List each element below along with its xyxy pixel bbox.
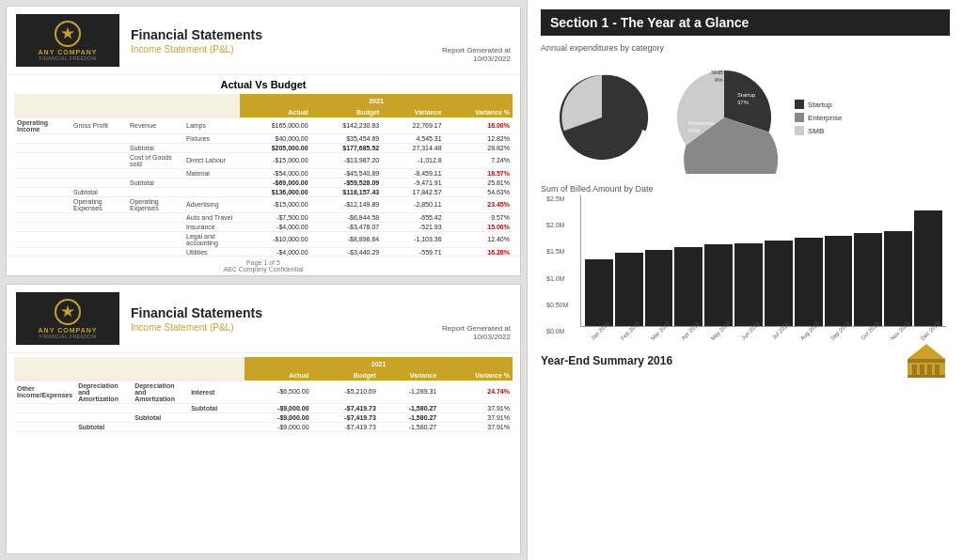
col-variancep: Variance % bbox=[445, 107, 513, 117]
logo-icon-1 bbox=[61, 27, 74, 40]
bar-chart-container: $2.5M $2.0M $1.5M $1.0M $0.50M $0.0M Jan… bbox=[580, 195, 946, 334]
logo-box-1: ANY COMPANY FINANCIAL FREEDOM bbox=[16, 14, 119, 67]
legend-label-enterprise: Enterprise bbox=[808, 114, 842, 122]
legend-label-smb: SMB bbox=[808, 127, 824, 135]
pie-chart-svg bbox=[541, 61, 663, 174]
bar-x-labels: Jan 2016Feb 2016Mar 2016Apr 2016May 2016… bbox=[580, 329, 946, 334]
page-2-body: 2021 Actual Budget Variance Variance % O… bbox=[7, 353, 520, 553]
bar-col-11 bbox=[914, 210, 942, 327]
logo-circle-2 bbox=[55, 299, 81, 325]
col-budget: Budget bbox=[311, 107, 383, 117]
bar-col-0 bbox=[585, 259, 613, 327]
svg-rect-7 bbox=[935, 365, 939, 375]
year-end-section: Year-End Summary 2016 bbox=[541, 342, 950, 380]
svg-rect-4 bbox=[912, 365, 917, 375]
financial-table-2: 2021 Actual Budget Variance Variance % O… bbox=[14, 357, 513, 432]
bar-col-1 bbox=[615, 253, 643, 326]
svg-rect-6 bbox=[927, 365, 932, 375]
page-1-header: ANY COMPANY FINANCIAL FREEDOM Financial … bbox=[7, 7, 520, 75]
left-panel: ANY COMPANY FINANCIAL FREEDOM Financial … bbox=[0, 0, 527, 560]
company-tagline-1: FINANCIAL FREEDOM bbox=[39, 55, 97, 61]
section-title-1: Actual Vs Budget bbox=[14, 79, 513, 90]
bar-col-3 bbox=[674, 247, 703, 327]
bar-col-9 bbox=[854, 233, 882, 326]
page-1-subtitle: Income Statement (P&L) bbox=[131, 44, 442, 54]
bar-col-5 bbox=[734, 243, 763, 326]
svg-rect-5 bbox=[920, 365, 924, 375]
right-panel: Section 1 - The Year at a Glance Annual … bbox=[527, 0, 963, 560]
page-1-title: Financial Statements bbox=[131, 27, 442, 42]
pie-label-enterprise: Enterprise bbox=[688, 120, 715, 126]
pie-svg: Startup 37% Enterprise 54% SMB 9% bbox=[663, 61, 785, 174]
right-header: Section 1 - The Year at a Glance bbox=[541, 9, 950, 36]
pie-label-enterprise-pct: 54% bbox=[688, 128, 701, 133]
page-1-card: ANY COMPANY FINANCIAL FREEDOM Financial … bbox=[6, 6, 521, 276]
company-name-2: ANY COMPANY bbox=[39, 327, 98, 334]
bank-icon bbox=[903, 342, 950, 380]
financial-table-1: 2021 Actual Budget Variance Variance % O… bbox=[14, 94, 513, 256]
logo-icon-2 bbox=[61, 305, 74, 319]
logo-box-2: ANY COMPANY FINANCIAL FREEDOM bbox=[16, 292, 119, 345]
report-generated-2: Report Generated at 10/03/2022 bbox=[442, 324, 511, 345]
legend-swatch-startup bbox=[795, 100, 804, 109]
svg-rect-2 bbox=[908, 359, 945, 363]
pie-label-smb-pct: 9% bbox=[715, 77, 723, 83]
page-2-title: Financial Statements bbox=[131, 305, 442, 320]
bar-col-10 bbox=[884, 231, 912, 326]
report-generated-1: Report Generated at 10/03/2022 bbox=[442, 46, 511, 67]
page-2-subtitle: Income Statement (P&L) bbox=[131, 322, 442, 333]
legend-smb: SMB bbox=[795, 126, 842, 135]
pie-label-smb: SMB bbox=[711, 70, 723, 75]
pie-chart-area: Startup 37% Enterprise 54% SMB 9% Startu… bbox=[541, 56, 950, 179]
bar-col-2 bbox=[645, 250, 673, 326]
pie-legend: Startup Enterprise SMB bbox=[795, 100, 842, 135]
pie-label-startup-pct: 37% bbox=[737, 100, 750, 105]
col-actual: Actual bbox=[240, 107, 311, 117]
page-2-header: ANY COMPANY FINANCIAL FREEDOM Financial … bbox=[7, 285, 520, 353]
legend-swatch-enterprise bbox=[795, 113, 804, 122]
legend-label-startup: Startup bbox=[808, 101, 832, 109]
bar-col-6 bbox=[765, 241, 793, 326]
header-info-1: Financial Statements Income Statement (P… bbox=[119, 27, 442, 54]
legend-enterprise: Enterprise bbox=[795, 113, 842, 122]
bar-y-labels: $2.5M $2.0M $1.5M $1.0M $0.50M $0.0M bbox=[546, 195, 568, 334]
legend-swatch-smb bbox=[795, 126, 804, 135]
company-tagline-2: FINANCIAL FREEDOM bbox=[39, 334, 97, 339]
company-name-1: ANY COMPANY bbox=[39, 49, 98, 55]
bar-chart-title: Sum of Billed Amount by Date bbox=[541, 184, 950, 194]
year-header-2: 2021 bbox=[245, 357, 513, 370]
bar-col-8 bbox=[825, 236, 853, 326]
bar-chart-area bbox=[580, 195, 946, 327]
page-2-card: ANY COMPANY FINANCIAL FREEDOM Financial … bbox=[6, 284, 521, 554]
svg-marker-3 bbox=[908, 344, 945, 359]
bar-col-7 bbox=[795, 238, 823, 326]
header-info-2: Financial Statements Income Statement (P… bbox=[119, 305, 442, 333]
page-1-footer: Page 1 of 5 ABC Company Confidential bbox=[7, 256, 520, 275]
year-end-title: Year-End Summary 2016 bbox=[541, 354, 672, 367]
col-variance: Variance bbox=[382, 107, 444, 117]
svg-rect-8 bbox=[908, 375, 945, 378]
legend-startup: Startup bbox=[795, 100, 842, 109]
page-1-body: Actual Vs Budget 2021 Actual Budget Vari… bbox=[7, 75, 520, 256]
bar-col-4 bbox=[704, 244, 733, 326]
pie-label-startup: Startup bbox=[737, 92, 756, 98]
logo-circle-1 bbox=[55, 21, 81, 47]
pie-chart-title: Annual expenditures by category bbox=[541, 43, 950, 53]
year-header: 2021 bbox=[240, 94, 513, 107]
